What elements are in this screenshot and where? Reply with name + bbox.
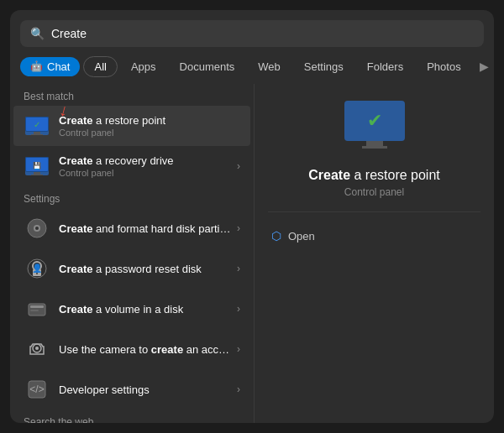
tab-settings[interactable]: Settings [294, 57, 354, 76]
chevron-icon: › [237, 222, 240, 234]
svg-text:👤: 👤 [32, 263, 43, 274]
divider [268, 211, 480, 212]
svg-rect-9 [31, 175, 43, 175]
camera-account-text: Use the camera to create an account pict… [59, 343, 234, 356]
right-panel: ✔ Create a restore point Control panel ⬡… [254, 84, 494, 423]
tab-apps[interactable]: Apps [121, 57, 166, 76]
preview-icon-area: ✔ [344, 101, 405, 158]
disk-partitions-title: Create and format hard disk partitions [59, 222, 234, 235]
svg-rect-3 [34, 132, 40, 134]
volume-disk-icon [24, 295, 50, 322]
svg-rect-8 [34, 172, 40, 175]
best-match-item[interactable]: ✓ Create a restore point Control panel ↓ [13, 106, 250, 146]
open-label: Open [288, 230, 315, 243]
svg-text:💾: 💾 [33, 161, 41, 170]
best-match-title: Create a restore point [59, 114, 240, 127]
open-button[interactable]: ⬡ Open [268, 222, 480, 249]
svg-text:</>: </> [29, 383, 44, 395]
password-reset-icon: 👤 [24, 255, 50, 282]
svg-text:✓: ✓ [34, 120, 40, 129]
tab-chat[interactable]: 🤖 Chat [20, 57, 80, 76]
developer-settings-title: Developer settings [59, 383, 234, 396]
volume-disk-title: Create a volume in a disk [59, 303, 234, 316]
recovery-drive-icon: 💾 [24, 153, 50, 180]
svg-point-22 [35, 347, 39, 350]
password-reset-text: Create a password reset disk [59, 263, 234, 275]
svg-point-12 [35, 227, 39, 230]
best-match-subtitle: Control panel [59, 128, 240, 138]
monitor-base [362, 146, 387, 149]
password-reset-item[interactable]: 👤 Create a password reset disk › [13, 248, 250, 289]
tab-web[interactable]: Web [248, 57, 291, 76]
search-icon: 🔍 [30, 27, 45, 40]
svg-rect-4 [31, 134, 43, 135]
search-bar[interactable]: 🔍 [20, 20, 484, 47]
best-match-text: Create a restore point Control panel [59, 114, 240, 138]
developer-settings-item[interactable]: </> Developer settings › [13, 369, 250, 410]
recovery-drive-text: Create a recovery drive Control panel [59, 154, 234, 178]
left-panel: Best match ✓ Create [10, 84, 254, 423]
disk-partitions-text: Create and format hard disk partitions [59, 222, 234, 235]
preview-subtitle: Control panel [344, 186, 404, 198]
content-area: Best match ✓ Create [10, 84, 494, 423]
disk-partitions-icon [24, 215, 50, 242]
checkmark-icon: ✔ [367, 110, 382, 132]
svg-rect-19 [30, 305, 44, 308]
disk-partitions-item[interactable]: Create and format hard disk partitions › [13, 208, 250, 248]
password-reset-title: Create a password reset disk [59, 263, 234, 275]
chevron-icon: › [237, 303, 240, 315]
volume-disk-item[interactable]: Create a volume in a disk › [13, 289, 250, 329]
chevron-icon: › [237, 160, 240, 172]
recovery-drive-subtitle: Control panel [59, 168, 234, 178]
camera-account-icon [24, 336, 50, 363]
chevron-icon: › [237, 343, 240, 355]
best-match-label: Best match [10, 84, 254, 106]
monitor-preview: ✔ [344, 101, 405, 148]
search-web-label: Search the web [10, 410, 254, 423]
chevron-icon: › [237, 383, 240, 395]
open-icon: ⬡ [271, 229, 281, 243]
tab-photos[interactable]: Photos [417, 57, 470, 76]
developer-settings-text: Developer settings [59, 383, 234, 396]
tab-documents[interactable]: Documents [170, 57, 245, 76]
svg-rect-20 [30, 310, 39, 311]
tab-all[interactable]: All [83, 56, 117, 77]
recovery-drive-item[interactable]: 💾 Create a recovery drive Control panel … [13, 146, 250, 186]
chat-icon: 🤖 [30, 60, 43, 72]
recovery-drive-title: Create a recovery drive [59, 154, 234, 167]
chevron-icon: › [237, 263, 240, 274]
tab-folders[interactable]: Folders [357, 57, 413, 76]
developer-settings-icon: </> [24, 376, 50, 403]
settings-label: Settings [10, 186, 254, 208]
restore-point-icon: ✓ [24, 112, 50, 139]
filter-tabs: 🤖 Chat All Apps Documents Web Settings F… [10, 47, 494, 84]
volume-disk-text: Create a volume in a disk [59, 303, 234, 316]
preview-title: Create a restore point [308, 168, 440, 183]
play-button[interactable]: ▶ [475, 56, 494, 76]
monitor-body: ✔ [344, 101, 405, 141]
search-input[interactable] [51, 27, 474, 40]
camera-account-item[interactable]: Use the camera to create an account pict… [13, 329, 250, 369]
camera-account-title: Use the camera to create an account pict… [59, 343, 234, 356]
